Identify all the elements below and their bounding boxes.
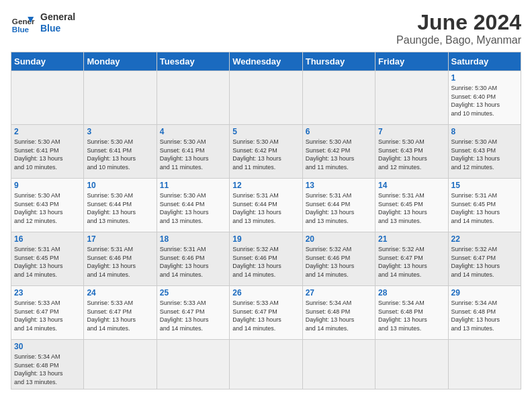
header-tuesday: Tuesday bbox=[157, 52, 229, 71]
calendar-cell: 7Sunrise: 5:30 AM Sunset: 6:43 PM Daylig… bbox=[375, 125, 448, 179]
header-thursday: Thursday bbox=[302, 52, 375, 71]
day-info: Sunrise: 5:30 AM Sunset: 6:43 PM Dayligh… bbox=[14, 191, 81, 225]
calendar-cell: 30Sunrise: 5:34 AM Sunset: 6:48 PM Dayli… bbox=[11, 340, 84, 389]
day-info: Sunrise: 5:33 AM Sunset: 6:47 PM Dayligh… bbox=[14, 299, 81, 332]
calendar-cell: 8Sunrise: 5:30 AM Sunset: 6:43 PM Daylig… bbox=[448, 125, 521, 179]
header-monday: Monday bbox=[84, 52, 157, 71]
calendar-cell: 25Sunrise: 5:33 AM Sunset: 6:47 PM Dayli… bbox=[157, 286, 229, 340]
calendar-cell: 24Sunrise: 5:33 AM Sunset: 6:47 PM Dayli… bbox=[84, 286, 157, 340]
day-number: 16 bbox=[14, 234, 81, 244]
calendar-cell: 9Sunrise: 5:30 AM Sunset: 6:43 PM Daylig… bbox=[11, 179, 84, 232]
day-number: 7 bbox=[378, 127, 445, 136]
day-info: Sunrise: 5:30 AM Sunset: 6:42 PM Dayligh… bbox=[232, 138, 299, 171]
calendar-table: SundayMondayTuesdayWednesdayThursdayFrid… bbox=[11, 52, 521, 389]
day-info: Sunrise: 5:31 AM Sunset: 6:44 PM Dayligh… bbox=[306, 191, 372, 225]
day-number: 26 bbox=[232, 288, 299, 298]
calendar-cell: 15Sunrise: 5:31 AM Sunset: 6:45 PM Dayli… bbox=[448, 179, 521, 232]
day-info: Sunrise: 5:32 AM Sunset: 6:46 PM Dayligh… bbox=[232, 245, 299, 279]
month-title: June 2024 bbox=[396, 11, 521, 34]
logo: General Blue General Blue bbox=[11, 11, 75, 35]
day-info: Sunrise: 5:31 AM Sunset: 6:46 PM Dayligh… bbox=[87, 245, 153, 279]
calendar-cell: 5Sunrise: 5:30 AM Sunset: 6:42 PM Daylig… bbox=[230, 125, 302, 179]
calendar-cell: 12Sunrise: 5:31 AM Sunset: 6:44 PM Dayli… bbox=[230, 179, 302, 232]
day-info: Sunrise: 5:33 AM Sunset: 6:47 PM Dayligh… bbox=[160, 299, 226, 332]
day-info: Sunrise: 5:30 AM Sunset: 6:44 PM Dayligh… bbox=[160, 191, 226, 225]
calendar-cell: 17Sunrise: 5:31 AM Sunset: 6:46 PM Dayli… bbox=[84, 232, 157, 286]
header-friday: Friday bbox=[375, 52, 448, 71]
day-info: Sunrise: 5:34 AM Sunset: 6:48 PM Dayligh… bbox=[306, 299, 372, 332]
logo-general-text: General bbox=[40, 11, 75, 23]
day-number: 18 bbox=[160, 234, 226, 244]
day-number: 28 bbox=[378, 288, 445, 298]
day-number: 29 bbox=[451, 288, 518, 298]
day-number: 27 bbox=[306, 288, 372, 298]
day-info: Sunrise: 5:32 AM Sunset: 6:47 PM Dayligh… bbox=[451, 245, 518, 279]
day-info: Sunrise: 5:32 AM Sunset: 6:46 PM Dayligh… bbox=[306, 245, 372, 279]
day-info: Sunrise: 5:30 AM Sunset: 6:41 PM Dayligh… bbox=[160, 138, 226, 171]
day-number: 2 bbox=[14, 127, 81, 136]
logo-blue-text: Blue bbox=[40, 23, 75, 34]
calendar-cell bbox=[157, 71, 229, 125]
day-info: Sunrise: 5:31 AM Sunset: 6:45 PM Dayligh… bbox=[378, 191, 445, 225]
day-info: Sunrise: 5:30 AM Sunset: 6:44 PM Dayligh… bbox=[87, 191, 153, 225]
title-area: June 2024 Paungde, Bago, Myanmar bbox=[396, 11, 521, 46]
day-info: Sunrise: 5:30 AM Sunset: 6:42 PM Dayligh… bbox=[306, 138, 372, 171]
calendar-cell: 1Sunrise: 5:30 AM Sunset: 6:40 PM Daylig… bbox=[448, 71, 521, 125]
calendar-cell: 10Sunrise: 5:30 AM Sunset: 6:44 PM Dayli… bbox=[84, 179, 157, 232]
day-info: Sunrise: 5:34 AM Sunset: 6:48 PM Dayligh… bbox=[14, 353, 81, 386]
calendar-cell: 29Sunrise: 5:34 AM Sunset: 6:48 PM Dayli… bbox=[448, 286, 521, 340]
day-number: 20 bbox=[306, 234, 372, 244]
calendar-cell: 26Sunrise: 5:33 AM Sunset: 6:47 PM Dayli… bbox=[230, 286, 302, 340]
calendar-cell: 16Sunrise: 5:31 AM Sunset: 6:45 PM Dayli… bbox=[11, 232, 84, 286]
day-info: Sunrise: 5:30 AM Sunset: 6:43 PM Dayligh… bbox=[451, 138, 518, 171]
page-header: General Blue General Blue June 2024 Paun… bbox=[11, 11, 521, 46]
calendar-cell: 18Sunrise: 5:31 AM Sunset: 6:46 PM Dayli… bbox=[157, 232, 229, 286]
day-number: 9 bbox=[14, 181, 81, 190]
day-info: Sunrise: 5:30 AM Sunset: 6:41 PM Dayligh… bbox=[14, 138, 81, 171]
day-number: 12 bbox=[232, 181, 299, 190]
calendar-cell: 11Sunrise: 5:30 AM Sunset: 6:44 PM Dayli… bbox=[157, 179, 229, 232]
day-number: 8 bbox=[451, 127, 518, 136]
calendar-cell bbox=[11, 71, 84, 125]
day-number: 24 bbox=[87, 288, 153, 298]
day-number: 19 bbox=[232, 234, 299, 244]
day-number: 15 bbox=[451, 181, 518, 190]
calendar-cell bbox=[157, 340, 229, 389]
calendar-cell: 27Sunrise: 5:34 AM Sunset: 6:48 PM Dayli… bbox=[302, 286, 375, 340]
header-sunday: Sunday bbox=[11, 52, 84, 71]
calendar-header-row: SundayMondayTuesdayWednesdayThursdayFrid… bbox=[11, 52, 521, 71]
day-number: 21 bbox=[378, 234, 445, 244]
day-number: 13 bbox=[306, 181, 372, 190]
calendar-cell bbox=[302, 340, 375, 389]
calendar-cell: 28Sunrise: 5:34 AM Sunset: 6:48 PM Dayli… bbox=[375, 286, 448, 340]
day-number: 22 bbox=[451, 234, 518, 244]
calendar-cell bbox=[375, 340, 448, 389]
calendar-cell: 6Sunrise: 5:30 AM Sunset: 6:42 PM Daylig… bbox=[302, 125, 375, 179]
calendar-cell: 14Sunrise: 5:31 AM Sunset: 6:45 PM Dayli… bbox=[375, 179, 448, 232]
svg-text:Blue: Blue bbox=[12, 25, 30, 34]
day-number: 6 bbox=[306, 127, 372, 136]
day-info: Sunrise: 5:31 AM Sunset: 6:46 PM Dayligh… bbox=[160, 245, 226, 279]
day-info: Sunrise: 5:31 AM Sunset: 6:45 PM Dayligh… bbox=[14, 245, 81, 279]
calendar-cell bbox=[375, 71, 448, 125]
calendar-cell: 13Sunrise: 5:31 AM Sunset: 6:44 PM Dayli… bbox=[302, 179, 375, 232]
day-info: Sunrise: 5:30 AM Sunset: 6:40 PM Dayligh… bbox=[451, 84, 518, 118]
header-wednesday: Wednesday bbox=[230, 52, 302, 71]
calendar-cell bbox=[84, 340, 157, 389]
day-info: Sunrise: 5:34 AM Sunset: 6:48 PM Dayligh… bbox=[378, 299, 445, 332]
day-info: Sunrise: 5:34 AM Sunset: 6:48 PM Dayligh… bbox=[451, 299, 518, 332]
calendar-cell: 21Sunrise: 5:32 AM Sunset: 6:47 PM Dayli… bbox=[375, 232, 448, 286]
calendar-cell bbox=[230, 340, 302, 389]
day-info: Sunrise: 5:32 AM Sunset: 6:47 PM Dayligh… bbox=[378, 245, 445, 279]
day-info: Sunrise: 5:31 AM Sunset: 6:44 PM Dayligh… bbox=[232, 191, 299, 225]
day-info: Sunrise: 5:33 AM Sunset: 6:47 PM Dayligh… bbox=[87, 299, 153, 332]
day-number: 23 bbox=[14, 288, 81, 298]
day-info: Sunrise: 5:30 AM Sunset: 6:41 PM Dayligh… bbox=[87, 138, 153, 171]
calendar-cell bbox=[84, 71, 157, 125]
day-number: 10 bbox=[87, 181, 153, 190]
day-info: Sunrise: 5:30 AM Sunset: 6:43 PM Dayligh… bbox=[378, 138, 445, 171]
logo-icon: General Blue bbox=[11, 11, 35, 35]
calendar-cell bbox=[302, 71, 375, 125]
day-info: Sunrise: 5:31 AM Sunset: 6:45 PM Dayligh… bbox=[451, 191, 518, 225]
calendar-cell: 23Sunrise: 5:33 AM Sunset: 6:47 PM Dayli… bbox=[11, 286, 84, 340]
